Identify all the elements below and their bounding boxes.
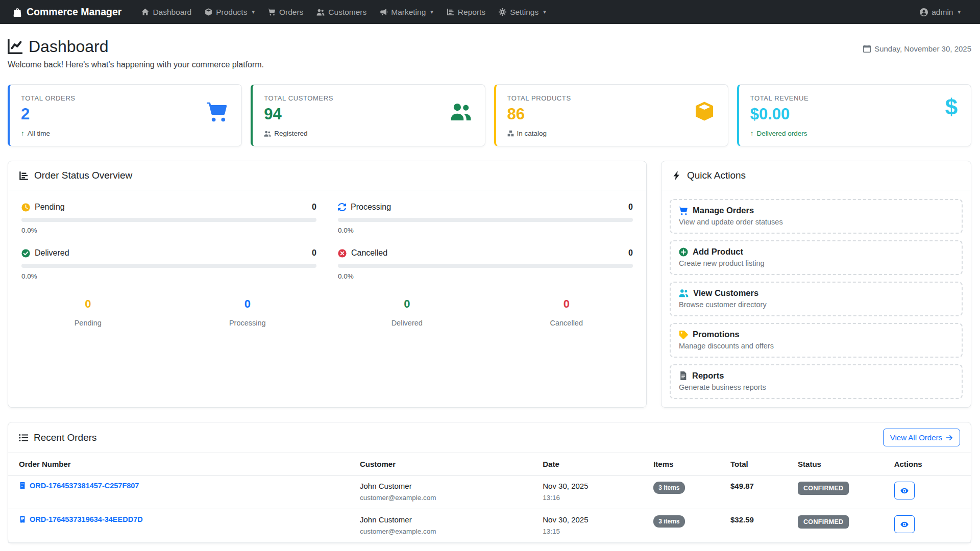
stat-footer-text: In catalog [517, 130, 547, 137]
quick-action-title: View Customers [693, 288, 758, 298]
cart-icon [207, 101, 228, 122]
summary-pending: 0 Pending [8, 297, 168, 327]
quick-action-title: Add Product [693, 247, 743, 257]
home-icon [141, 8, 149, 16]
nav-item-dashboard[interactable]: Dashboard [135, 0, 198, 24]
arrow-up-icon: ↑ [21, 130, 24, 137]
brand[interactable]: Commerce Manager [13, 6, 121, 18]
stat-label: TOTAL CUSTOMERS [264, 94, 473, 102]
stat-card-total-customers: TOTAL CUSTOMERS 94 Registered [251, 84, 485, 146]
page-title: Dashboard [8, 37, 109, 56]
order-total: $32.59 [725, 509, 793, 543]
quick-action-title: Reports [692, 371, 724, 381]
nav-item-products[interactable]: Products ▾ [198, 0, 261, 24]
status-block-cancelled: Cancelled 0 0.0% [338, 248, 633, 280]
nav-item-marketing[interactable]: Marketing ▾ [373, 0, 440, 24]
nav-label: Settings [510, 8, 538, 17]
receipt-icon [19, 516, 26, 523]
view-all-orders-button[interactable]: View All Orders [883, 429, 960, 446]
col-total: Total [725, 453, 793, 475]
nav-item-customers[interactable]: Customers [310, 0, 373, 24]
chevron-down-icon: ▾ [958, 9, 961, 15]
summary-label: Pending [8, 319, 168, 327]
status-block-processing: Processing 0 0.0% [338, 203, 633, 234]
status-percent: 0.0% [338, 227, 633, 234]
status-percent: 0.0% [21, 227, 316, 234]
status-count: 0 [628, 203, 633, 212]
table-row: ORD-1764537381457-C257F807 John Customer… [8, 475, 971, 509]
nav-item-settings[interactable]: Settings ▾ [492, 0, 553, 24]
order-status-title: Order Status Overview [34, 170, 132, 181]
stat-footer-text: Delivered orders [757, 130, 807, 137]
quick-action-reports[interactable]: Reports Generate business reports [670, 364, 963, 399]
box-icon [694, 101, 715, 121]
order-time: 13:15 [543, 528, 643, 535]
status-label: Delivered [35, 248, 69, 258]
status-percent: 0.0% [338, 272, 633, 280]
x-circle-icon [338, 249, 347, 258]
quick-action-desc: View and update order statuses [679, 218, 953, 226]
plus-circle-icon [679, 247, 688, 257]
page-title-text: Dashboard [29, 37, 109, 56]
col-items: Items [648, 453, 725, 475]
status-block-delivered: Delivered 0 0.0% [21, 248, 316, 280]
quick-action-add-product[interactable]: Add Product Create new product listing [670, 240, 963, 275]
quick-action-desc: Create new product listing [679, 259, 953, 267]
view-all-orders-label: View All Orders [890, 433, 942, 442]
order-time: 13:16 [543, 494, 643, 502]
view-order-button[interactable] [894, 482, 915, 499]
orders-table: Order Number Customer Date Items Total S… [8, 453, 971, 543]
quick-actions-panel: Quick Actions Manage Orders View and upd… [661, 161, 971, 408]
items-badge: 3 items [653, 482, 684, 494]
chevron-down-icon: ▾ [252, 9, 255, 15]
user-label: admin [932, 8, 953, 17]
boxes-icon [507, 130, 514, 137]
stat-value: $0.00 [750, 105, 960, 123]
status-label: Pending [35, 203, 65, 212]
users-icon [316, 8, 325, 16]
stat-value: 86 [507, 105, 717, 123]
quick-actions-title: Quick Actions [687, 170, 746, 181]
nav-links: Dashboard Products ▾ Orders Customers Ma… [135, 0, 913, 24]
user-menu[interactable]: admin ▾ [913, 0, 967, 24]
stat-label: TOTAL PRODUCTS [507, 94, 717, 102]
order-number-text: ORD-1764537381457-C257F807 [30, 482, 139, 490]
status-badge: CONFIRMED [798, 515, 849, 529]
box-icon [205, 8, 212, 16]
stats-row: TOTAL ORDERS 2 ↑ All time TOTAL CUSTOMER… [0, 69, 980, 146]
quick-action-promotions[interactable]: Promotions Manage discounts and offers [670, 323, 963, 358]
progress-bar [21, 264, 316, 268]
status-label: Cancelled [351, 248, 387, 258]
summary-value: 0 [487, 297, 647, 311]
quick-action-title: Promotions [693, 330, 740, 339]
summary-processing: 0 Processing [168, 297, 328, 327]
nav-item-reports[interactable]: Reports [440, 0, 492, 24]
stat-label: TOTAL REVENUE [750, 94, 960, 102]
receipt-icon [19, 482, 26, 489]
page-header: Dashboard Sunday, November 30, 2025 [0, 24, 980, 56]
status-count: 0 [312, 248, 316, 258]
current-date: Sunday, November 30, 2025 [863, 44, 971, 53]
quick-action-manage-orders[interactable]: Manage Orders View and update order stat… [670, 199, 963, 234]
person-circle-icon [920, 8, 928, 16]
table-row: ORD-1764537319634-34EEDD7D John Customer… [8, 509, 971, 543]
col-date: Date [537, 453, 648, 475]
order-total: $49.87 [725, 475, 793, 509]
nav-item-orders[interactable]: Orders [261, 0, 310, 24]
recent-orders-title-text: Recent Orders [34, 432, 97, 443]
status-count: 0 [312, 203, 316, 212]
order-number-link[interactable]: ORD-1764537319634-34EEDD7D [19, 515, 350, 523]
quick-action-view-customers[interactable]: View Customers Browse customer directory [670, 282, 963, 316]
chevron-down-icon: ▾ [543, 9, 546, 15]
status-percent: 0.0% [21, 272, 316, 280]
stat-footer: In catalog [507, 130, 717, 137]
col-status: Status [793, 453, 889, 475]
status-label: Processing [351, 203, 391, 212]
view-order-button[interactable] [894, 515, 915, 533]
summary-value: 0 [168, 297, 328, 311]
status-summary-row: 0 Pending 0 Processing 0 Delivered 0 Can… [8, 297, 646, 327]
quick-action-desc: Generate business reports [679, 383, 953, 391]
arrow-right-icon [946, 434, 953, 441]
order-number-link[interactable]: ORD-1764537381457-C257F807 [19, 482, 350, 490]
stat-value: 94 [264, 105, 473, 123]
